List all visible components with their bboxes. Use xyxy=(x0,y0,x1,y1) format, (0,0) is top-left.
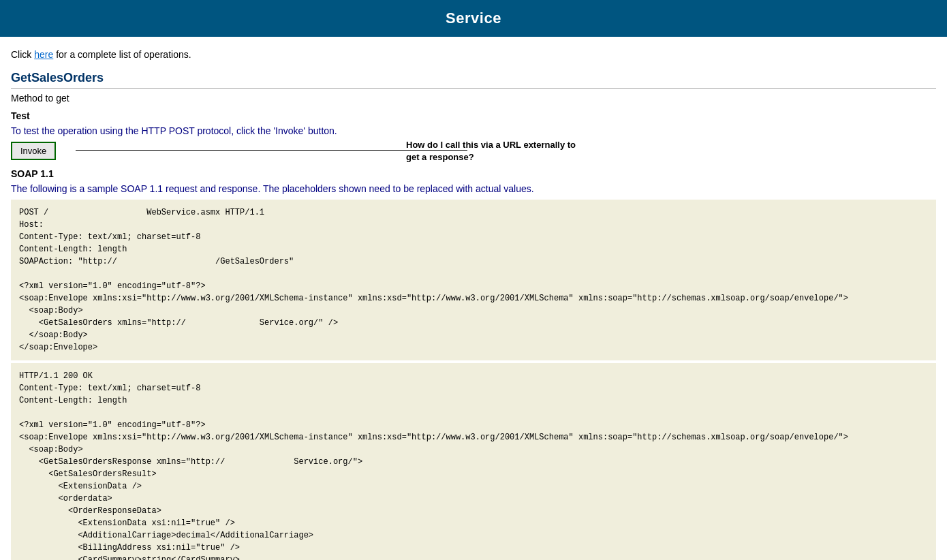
invoke-area: Invoke How do I call this via a URL exte… xyxy=(11,142,936,160)
soap11-description: The following is a sample SOAP 1.1 reque… xyxy=(11,183,936,194)
arrow-svg xyxy=(76,150,471,184)
soap11-request-block: POST / WebService.asmx HTTP/1.1 Host: Co… xyxy=(11,200,936,360)
click-prefix: Click xyxy=(11,49,34,60)
invoke-button[interactable]: Invoke xyxy=(11,142,56,160)
test-label: Test xyxy=(11,110,936,121)
operation-title: GetSalesOrders xyxy=(11,71,936,89)
main-content: Click here for a complete list of operat… xyxy=(0,37,947,560)
soap11-response-block: HTTP/1.1 200 OK Content-Type: text/xml; … xyxy=(11,363,936,560)
page-header: Service xyxy=(0,0,947,37)
here-link[interactable]: here xyxy=(34,49,53,60)
test-description: To test the operation using the HTTP POS… xyxy=(11,125,936,136)
soap11-desc-text: The following is a sample SOAP 1.1 reque… xyxy=(11,183,534,194)
method-description: Method to get xyxy=(11,93,936,104)
click-suffix: for a complete list of operations. xyxy=(53,49,191,60)
page-title: Service xyxy=(446,10,501,27)
operations-link-line: Click here for a complete list of operat… xyxy=(11,49,936,60)
